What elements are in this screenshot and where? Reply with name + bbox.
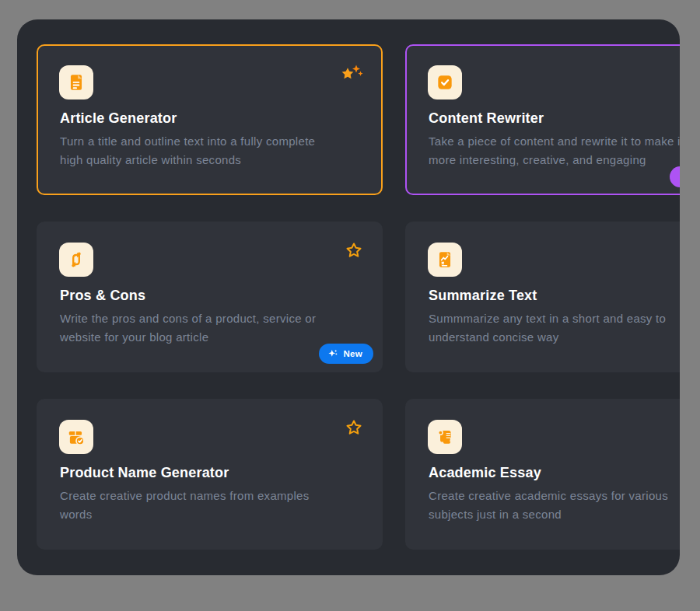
card-description: Create creative academic essays for vari… (429, 487, 680, 524)
card-description: Turn a title and outline text into a ful… (60, 132, 381, 169)
card-academic-essay[interactable]: Academic Essay Create creative academic … (405, 399, 680, 550)
tools-grid: Article Generator Turn a title and outli… (17, 19, 680, 574)
card-product-name-generator[interactable]: Product Name Generator Create creative p… (37, 399, 383, 550)
swap-arrows-icon (66, 250, 86, 270)
tools-panel: Article Generator Turn a title and outli… (17, 19, 680, 575)
icon-tile (428, 65, 462, 100)
icon-tile (428, 420, 462, 454)
purple-badge (670, 166, 680, 187)
card-content-rewriter[interactable]: Content Rewriter Take a piece of content… (405, 44, 680, 195)
document-icon (66, 72, 86, 93)
card-title: Academic Essay (429, 464, 680, 481)
scroll-icon (435, 427, 455, 447)
card-summarize-text[interactable]: Summarize Text Summmarize any text in a … (405, 222, 680, 372)
card-description: Write the pros and cons of a product, se… (60, 309, 381, 347)
favorite-filled-star-icon[interactable] (339, 63, 364, 85)
summary-document-icon (435, 250, 455, 270)
package-check-icon (66, 427, 86, 447)
icon-tile (59, 65, 93, 100)
card-title: Article Generator (60, 110, 359, 127)
card-article-generator[interactable]: Article Generator Turn a title and outli… (37, 44, 383, 195)
card-title: Product Name Generator (60, 464, 359, 481)
card-description: Summmarize any text in a short and easy … (429, 309, 680, 347)
icon-tile (428, 243, 462, 277)
new-badge: New (319, 344, 373, 364)
icon-tile (59, 420, 93, 454)
card-title: Summarize Text (429, 287, 680, 304)
sparkle-icon (328, 349, 338, 358)
card-pros-and-cons[interactable]: Pros & Cons Write the pros and cons of a… (37, 222, 383, 372)
card-description: Create creative product names from examp… (60, 487, 381, 524)
favorite-outline-star-icon[interactable] (339, 240, 364, 262)
new-badge-label: New (343, 349, 362, 358)
icon-tile (59, 243, 93, 277)
card-title: Content Rewriter (429, 110, 680, 127)
card-description: Take a piece of content and rewrite it t… (429, 132, 680, 169)
checkbox-icon (435, 72, 455, 93)
favorite-outline-star-icon[interactable] (339, 417, 364, 439)
card-title: Pros & Cons (60, 287, 359, 304)
